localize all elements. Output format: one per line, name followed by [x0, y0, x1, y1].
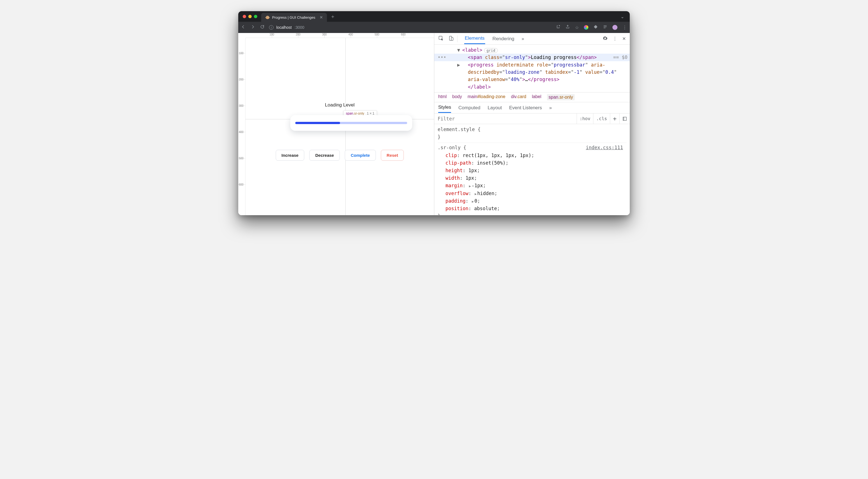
cls-toggle[interactable]: .cls [593, 114, 610, 124]
browser-tab[interactable]: 🐵 Progress | GUI Challenges ✕ [261, 13, 327, 22]
reset-button[interactable]: Reset [381, 150, 404, 161]
devtools-settings-icon[interactable] [602, 36, 608, 42]
styles-pane[interactable]: element.style {}index.css:111.sr-only {c… [434, 124, 630, 215]
tab-overflow-icon[interactable]: ⌄ [621, 14, 624, 19]
grid-badge[interactable]: grid [484, 48, 498, 53]
tab-styles[interactable]: Styles [438, 102, 451, 113]
ruler-h-label: 100 [270, 33, 274, 36]
reading-list-icon[interactable] [603, 25, 608, 30]
titlebar: 🐵 Progress | GUI Challenges ✕ ＋ ⌄ [238, 11, 630, 22]
bookmark-icon[interactable]: ☆ [575, 25, 579, 30]
close-tab-icon[interactable]: ✕ [320, 15, 323, 20]
progress-track [295, 122, 407, 124]
ruler-v-label: 600 [239, 183, 244, 186]
progress-card [290, 115, 412, 131]
page-viewport: 100200300400500600 100200300400500600 Lo… [238, 33, 434, 215]
content-area: 100200300400500600 100200300400500600 Lo… [238, 33, 630, 215]
dom-node-progress[interactable]: ▶ <progress indeterminate role="progress… [434, 61, 630, 83]
rendered-page: Loading Level span.sr-only 1 × 1 Increas… [246, 38, 434, 215]
breadcrumb-item[interactable]: html [438, 94, 446, 100]
increase-button[interactable]: Increase [276, 150, 305, 161]
kebab-menu-icon[interactable]: ⋮ [622, 25, 627, 30]
url-port: :3000 [294, 25, 304, 30]
device-toolbar-icon[interactable] [448, 35, 454, 42]
window-controls [240, 15, 261, 18]
svg-rect-3 [623, 117, 626, 121]
tab-elements[interactable]: Elements [464, 33, 485, 44]
ruler-h-label: 400 [348, 33, 353, 36]
devtools-menu-icon[interactable]: ⋮ [613, 36, 617, 41]
dom-node-label[interactable]: ▼ <label>grid [434, 46, 630, 54]
styles-filter-bar: :hov .cls + [434, 114, 630, 124]
new-tab-button[interactable]: ＋ [330, 13, 335, 20]
browser-window: 🐵 Progress | GUI Challenges ✕ ＋ ⌄ i loca… [238, 11, 630, 215]
button-row: Increase Decrease Complete Reset [246, 150, 434, 161]
dom-node-span[interactable]: ••• <span class="sr-only">Loading progre… [434, 54, 630, 61]
ruler-v-label: 300 [239, 104, 244, 107]
profile-avatar[interactable] [612, 25, 617, 30]
tab-title: Progress | GUI Challenges [272, 15, 315, 20]
ruler-h-label: 300 [322, 33, 327, 36]
breadcrumb-item[interactable]: main#loading-zone [468, 94, 505, 100]
horizontal-ruler: 100200300400500600 [246, 33, 434, 38]
url-host: localhost [276, 25, 292, 30]
tab-favicon: 🐵 [265, 15, 270, 20]
complete-button[interactable]: Complete [345, 150, 376, 161]
new-style-rule-button[interactable]: + [610, 114, 619, 124]
dom-node-label-close[interactable]: </label> [434, 83, 630, 91]
share-icon[interactable] [565, 25, 570, 30]
open-external-icon[interactable] [556, 25, 560, 30]
ruler-v-label: 200 [239, 78, 244, 81]
tab-layout[interactable]: Layout [488, 105, 502, 111]
tab-event-listeners[interactable]: Event Listeners [509, 105, 542, 111]
page-title: Loading Level [246, 102, 434, 108]
styles-tabs-overflow-icon[interactable]: » [549, 105, 552, 111]
tab-computed[interactable]: Computed [458, 105, 480, 111]
breadcrumb-item[interactable]: span.sr-only [547, 94, 575, 100]
maximize-window-button[interactable] [254, 15, 257, 18]
minimize-window-button[interactable] [248, 15, 252, 18]
devtools-close-icon[interactable]: ✕ [622, 36, 626, 41]
devtools-toolbar: Elements Rendering » ⋮ ✕ [434, 33, 630, 45]
styles-pane-menu-icon[interactable] [619, 114, 630, 124]
url-display[interactable]: i localhost:3000 [269, 25, 552, 30]
tab-rendering[interactable]: Rendering [492, 34, 515, 44]
site-info-icon[interactable]: i [269, 25, 274, 30]
dom-breadcrumbs[interactable]: htmlbodymain#loading-zonediv.cardlabelsp… [434, 92, 630, 102]
tooltip-class: .sr-only [353, 111, 364, 116]
ruler-h-label: 200 [296, 33, 301, 36]
decrease-button[interactable]: Decrease [309, 150, 340, 161]
breadcrumb-item[interactable]: label [532, 94, 541, 100]
breadcrumb-item[interactable]: div.card [511, 94, 526, 100]
tabs-overflow-icon[interactable]: » [522, 36, 524, 41]
vertical-ruler: 100200300400500600 [238, 38, 246, 215]
styles-tabs: Styles Computed Layout Event Listeners » [434, 102, 630, 114]
ruler-v-label: 400 [239, 130, 244, 134]
extensions-puzzle-icon[interactable] [593, 25, 598, 30]
ruler-v-label: 500 [239, 157, 244, 160]
ruler-h-label: 500 [375, 33, 379, 36]
ruler-h-label: 600 [401, 33, 406, 36]
hov-toggle[interactable]: :hov [577, 114, 593, 124]
tooltip-dimensions: 1 × 1 [367, 111, 374, 116]
extension-icon[interactable] [584, 25, 588, 30]
close-window-button[interactable] [243, 15, 246, 18]
styles-filter-input[interactable] [434, 116, 577, 122]
reload-button[interactable] [260, 25, 265, 30]
progress-fill [295, 122, 340, 124]
dom-tree[interactable]: ▼ <label>grid ••• <span class="sr-only">… [434, 45, 630, 92]
svg-rect-2 [451, 37, 453, 40]
ruler-v-label: 100 [239, 52, 244, 55]
forward-button[interactable] [251, 25, 255, 30]
inspect-element-icon[interactable] [438, 35, 444, 42]
rule-source-link[interactable]: index.css:111 [586, 144, 623, 152]
breadcrumb-item[interactable]: body [452, 94, 462, 100]
tooltip-element: span [346, 111, 353, 116]
address-bar: i localhost:3000 ☆ ⋮ [238, 22, 630, 33]
back-button[interactable] [241, 25, 246, 30]
devtools-panel: Elements Rendering » ⋮ ✕ ▼ <label>grid •… [434, 33, 630, 215]
